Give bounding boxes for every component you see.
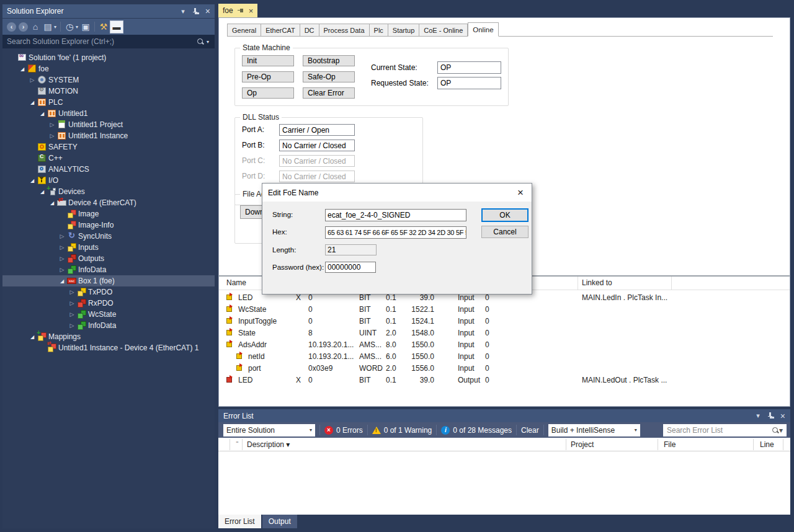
close-icon[interactable]: ×: [205, 7, 210, 16]
tree-item-rxpdo[interactable]: ▷RxPDO: [2, 298, 215, 309]
tree-item-devices[interactable]: ◢Devices: [2, 186, 215, 197]
tree-item-foe[interactable]: ◢foe: [2, 63, 215, 74]
expander-closed-icon[interactable]: ▷: [27, 77, 37, 83]
error-column-project[interactable]: Project: [571, 440, 594, 449]
expander-closed-icon[interactable]: ▷: [47, 122, 57, 128]
filter-dropdown[interactable]: Build + IntelliSense▾: [548, 424, 640, 437]
editor-tab-general[interactable]: General: [227, 24, 261, 37]
tree-item-untitled1-project[interactable]: ▷Untitled1 Project: [2, 119, 215, 130]
error-column-line[interactable]: Line: [760, 440, 774, 449]
error-column-file[interactable]: File: [664, 440, 676, 449]
chevron-down-icon[interactable]: ▾: [207, 39, 209, 45]
tree-item-infodata[interactable]: ▷InfoData: [2, 320, 215, 331]
column-header-name[interactable]: Name: [226, 278, 246, 287]
collapse-all-icon[interactable]: ▤: [42, 20, 54, 33]
editor-tab-online[interactable]: Online: [468, 22, 498, 37]
expander-open-icon[interactable]: ◢: [27, 334, 37, 340]
expander-closed-icon[interactable]: ▷: [67, 300, 77, 306]
cancel-button[interactable]: Cancel: [481, 226, 529, 238]
editor-tab-coe-online[interactable]: CoE - Online: [419, 24, 468, 37]
expander-closed-icon[interactable]: ▷: [57, 244, 67, 250]
bottom-tab-error-list[interactable]: Error List: [218, 515, 261, 528]
tree-item-plc[interactable]: ◢PLC: [2, 97, 215, 108]
variable-row-wcstate[interactable]: WcState0BIT0.11522.1Input0: [219, 304, 790, 316]
tree-item-safety[interactable]: SAFETY: [2, 141, 215, 153]
tree-item-image-info[interactable]: Image-Info: [2, 219, 215, 231]
expander-closed-icon[interactable]: ▷: [57, 255, 67, 262]
errors-filter-button[interactable]: ×0 Errors: [324, 426, 363, 435]
editor-tab-startup[interactable]: Startup: [388, 24, 419, 37]
chevron-down-icon[interactable]: ▾: [54, 24, 56, 30]
home-icon[interactable]: ⌂: [29, 20, 42, 33]
editor-tab-dc[interactable]: DC: [300, 24, 319, 37]
pin-icon[interactable]: [238, 8, 244, 14]
expander-open-icon[interactable]: ◢: [27, 100, 37, 105]
pin-icon[interactable]: [767, 412, 773, 420]
variable-row-inputtoggle[interactable]: InputToggle0BIT0.11524.1Input0: [219, 316, 790, 327]
properties-wrench-icon[interactable]: ⚒: [97, 20, 110, 33]
forward-icon[interactable]: ›: [19, 22, 28, 32]
tree-item-image[interactable]: Image: [2, 208, 215, 219]
search-icon[interactable]: [197, 38, 204, 45]
expander-closed-icon[interactable]: ▷: [67, 311, 77, 317]
column-header-linked-to[interactable]: Linked to: [582, 278, 612, 287]
expander-open-icon[interactable]: ◢: [17, 66, 27, 72]
close-icon[interactable]: ×: [780, 412, 785, 420]
tree-item-c[interactable]: C++: [2, 153, 215, 164]
solution-explorer-titlebar[interactable]: Solution Explorer ▾ ×: [2, 4, 215, 18]
error-search-input[interactable]: Search Error List▾: [663, 424, 787, 437]
window-position-chevron-icon[interactable]: ▾: [181, 8, 185, 15]
password-hex-input[interactable]: 00000000: [325, 262, 376, 273]
pending-changes-filter-icon[interactable]: ◷: [63, 20, 76, 33]
expander-open-icon[interactable]: ◢: [27, 178, 37, 184]
expander-open-icon[interactable]: ◢: [37, 189, 47, 195]
tree-item-motion[interactable]: MOTION: [2, 86, 215, 97]
error-column-description[interactable]: Description ▾: [247, 440, 290, 449]
error-list-titlebar[interactable]: Error List ▾ ×: [218, 409, 790, 422]
pre-op-button[interactable]: Pre-Op: [242, 71, 294, 82]
op-button[interactable]: Op: [242, 87, 294, 99]
tree-item-untitled1[interactable]: ◢Untitled1: [2, 108, 215, 119]
variable-row-port[interactable]: port0x03e9WORD2.01556.0Input0: [219, 363, 790, 375]
tree-item-i-o[interactable]: ◢I/O: [2, 175, 215, 186]
dialog-titlebar[interactable]: Edit FoE Name ×: [262, 184, 532, 202]
tree-item-untitled1-instance[interactable]: ▷Untitled1 Instance: [2, 130, 215, 141]
solution-search-input[interactable]: Search Solution Explorer (Ctrl+;) ▾: [2, 35, 215, 49]
chevron-down-icon[interactable]: ▾: [76, 24, 78, 30]
variable-row-led[interactable]: LEDX0BIT0.139.0Output0MAIN.LedOut . PlcT…: [219, 375, 790, 386]
expander-closed-icon[interactable]: ▷: [67, 289, 77, 295]
tree-item-device-4-ethercat[interactable]: ◢Device 4 (EtherCAT): [2, 197, 215, 208]
expander-closed-icon[interactable]: ▷: [67, 322, 77, 329]
editor-tab-ethercat[interactable]: EtherCAT: [261, 24, 300, 37]
close-icon[interactable]: ×: [517, 187, 526, 199]
expander-closed-icon[interactable]: ▷: [47, 133, 57, 139]
back-icon[interactable]: ‹: [7, 22, 16, 32]
tree-item-outputs[interactable]: ▷Outputs: [2, 253, 215, 264]
expander-open-icon[interactable]: ◢: [57, 278, 67, 284]
hex-input[interactable]: 65 63 61 74 5F 66 6F 65 5F 32 2D 34 2D 3…: [325, 226, 466, 239]
document-tab-foe[interactable]: foe ×: [218, 4, 257, 17]
window-position-chevron-icon[interactable]: ▾: [756, 412, 760, 419]
tree-item-inputs[interactable]: ▷Inputs: [2, 242, 215, 253]
clear-button[interactable]: Clear: [521, 426, 539, 435]
variable-row-state[interactable]: State8UINT2.01548.0Input0: [219, 327, 790, 339]
tree-item-untitled1-instance-device-4-ethercat-1[interactable]: Untitled1 Instance - Device 4 (EtherCAT)…: [2, 342, 215, 353]
string-input[interactable]: ecat_foe_2-4-0_SIGNED: [325, 209, 466, 221]
tree-item-wcstate[interactable]: ▷WcState: [2, 309, 215, 320]
expander-closed-icon[interactable]: ▷: [57, 233, 67, 239]
tree-item-box-1-foe[interactable]: ◢Box 1 (foe): [2, 275, 215, 286]
tree-item-analytics[interactable]: ANALYTICS: [2, 164, 215, 175]
preview-selected-items-toggle[interactable]: ▬: [110, 20, 123, 33]
tree-item-system[interactable]: ▷SYSTEM: [2, 74, 215, 86]
expander-open-icon[interactable]: ◢: [37, 111, 47, 117]
editor-tab-plc[interactable]: Plc: [370, 24, 388, 37]
variable-row-adsaddr[interactable]: AdsAddr10.193.20.1...AMS...8.01550.0Inpu…: [219, 339, 790, 351]
tree-item-mappings[interactable]: ◢Mappings: [2, 331, 215, 342]
sync-with-active-document-icon[interactable]: ▣: [79, 20, 92, 33]
expander-closed-icon[interactable]: ▷: [57, 267, 67, 273]
safe-op-button[interactable]: Safe-Op: [303, 71, 355, 82]
messages-filter-button[interactable]: i0 of 28 Messages: [441, 426, 512, 435]
expander-open-icon[interactable]: ◢: [47, 200, 57, 206]
tree-item-infodata[interactable]: ▷InfoData: [2, 264, 215, 275]
init-button[interactable]: Init: [242, 55, 294, 66]
